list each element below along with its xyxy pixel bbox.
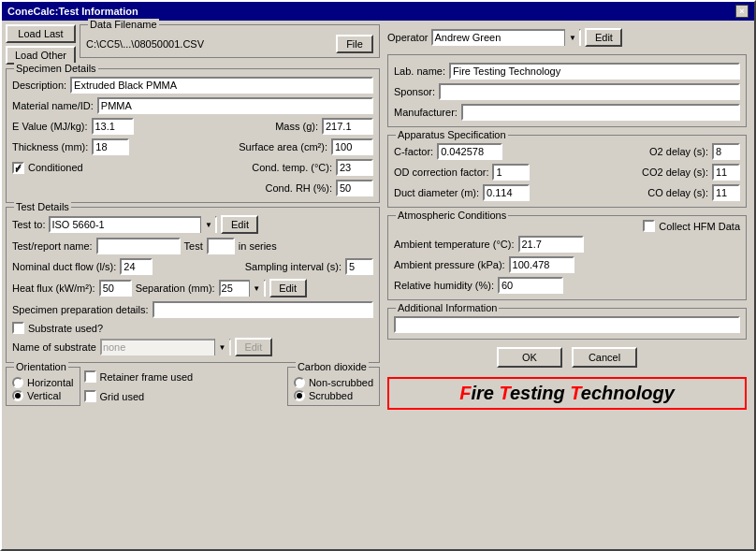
- ftt-logo-i: ire: [471, 383, 499, 403]
- co-delay-input[interactable]: [712, 184, 740, 201]
- left-panel: Load Last Load Other Data Filename C:\CC…: [6, 24, 380, 545]
- operator-label: Operator: [387, 32, 428, 43]
- scrubbed-label: Scrubbed: [309, 390, 353, 401]
- cfactor-input[interactable]: [437, 143, 502, 160]
- cond-rh-input[interactable]: [336, 180, 373, 196]
- rel-humidity-input[interactable]: [498, 277, 563, 294]
- substrate-checkbox[interactable]: [12, 322, 24, 334]
- material-label: Material name/ID:: [12, 100, 94, 111]
- test-to-edit-button[interactable]: Edit: [221, 215, 258, 234]
- operator-edit-button[interactable]: Edit: [585, 28, 622, 47]
- horizontal-label: Horizontal: [27, 377, 74, 388]
- orientation-title: Orientation: [14, 361, 68, 372]
- duct-co-row: Duct diameter (m): CO delay (s):: [394, 184, 740, 201]
- surface-area-input[interactable]: [331, 138, 373, 155]
- scrubbed-radio[interactable]: [294, 390, 305, 401]
- amb-pressure-input[interactable]: [509, 256, 574, 273]
- separation-edit-button[interactable]: Edit: [269, 279, 307, 297]
- mass-input[interactable]: [322, 118, 373, 135]
- collect-hfm-wrapper[interactable]: Collect HFM Data: [643, 220, 740, 232]
- substrate-name-wrapper: none ▼: [100, 339, 231, 355]
- amb-temp-row: Ambient temperature (°C):: [394, 236, 740, 253]
- od-correction-input[interactable]: [492, 164, 530, 181]
- filename-text: C:\CC5\...\08050001.CSV: [86, 38, 332, 50]
- conditioned-checkbox[interactable]: ✓: [12, 162, 24, 174]
- od-co2-row: OD correction factor: CO2 delay (s):: [394, 164, 740, 181]
- additional-title: Additional Information: [396, 302, 499, 313]
- main-window: ConeCalc:Test Information × Load Last Lo…: [0, 0, 756, 551]
- vertical-row: Vertical: [12, 390, 74, 401]
- specimen-prep-input[interactable]: [153, 301, 373, 318]
- ftt-logo-echnology: echnology: [581, 383, 675, 403]
- nominal-duct-input[interactable]: [120, 258, 153, 275]
- material-input[interactable]: [97, 97, 373, 114]
- operator-row: Operator Andrew Green ▼ Edit: [384, 24, 750, 51]
- conditioned-checkbox-wrapper[interactable]: ✓ Conditioned: [12, 162, 83, 174]
- horizontal-radio[interactable]: [12, 377, 23, 388]
- amb-pressure-row: Ambient pressure (kPa):: [394, 256, 740, 273]
- co2-delay-input[interactable]: [712, 164, 740, 181]
- heat-flux-label: Heat flux (kW/m²):: [12, 283, 95, 294]
- vertical-radio[interactable]: [12, 390, 23, 401]
- scrubbed-row: Scrubbed: [294, 390, 373, 401]
- close-button[interactable]: ×: [735, 5, 749, 18]
- specimen-details-title: Specimen Details: [14, 63, 98, 74]
- test-number-input[interactable]: [207, 238, 235, 254]
- collect-hfm-checkbox[interactable]: [643, 220, 655, 232]
- manufacturer-row: Manufacturer:: [394, 104, 740, 121]
- retainer-section: Retainer frame used Grid used: [84, 367, 284, 406]
- sponsor-input[interactable]: [439, 83, 740, 100]
- substrate-name-select[interactable]: none: [100, 339, 231, 355]
- nominal-sampling-row: Nominal duct flow (l/s): Sampling interv…: [12, 258, 373, 275]
- evalue-input[interactable]: [92, 118, 134, 135]
- substrate-name-row: Name of substrate none ▼ Edit: [12, 338, 373, 356]
- operator-select[interactable]: Andrew Green: [431, 29, 581, 46]
- grid-checkbox[interactable]: [84, 390, 96, 402]
- lab-name-label: Lab. name:: [394, 65, 445, 77]
- bottom-buttons: OK Cancel: [384, 343, 750, 371]
- retainer-checkbox[interactable]: [84, 370, 96, 383]
- duct-diameter-input[interactable]: [483, 184, 530, 201]
- separation-select[interactable]: 25 50 75: [219, 280, 266, 297]
- heat-flux-input[interactable]: [99, 280, 132, 297]
- additional-input[interactable]: [394, 316, 740, 333]
- operator-select-wrapper: Andrew Green ▼: [431, 29, 581, 46]
- file-button[interactable]: File: [336, 35, 373, 53]
- co2-box: Carbon dioxide Non-scrubbed Scrubbed: [287, 367, 380, 406]
- heat-flux-row: Heat flux (kW/m²): Separation (mm): 25 5…: [12, 279, 373, 297]
- sampling-label: Sampling interval (s):: [245, 261, 342, 272]
- window-title: ConeCalc:Test Information: [7, 6, 138, 17]
- conditioned-row: ✓ Conditioned Cond. temp. (°C):: [12, 159, 373, 176]
- amb-temp-input[interactable]: [518, 236, 584, 253]
- substrate-name-label: Name of substrate: [12, 341, 96, 353]
- load-other-button[interactable]: Load Other: [6, 46, 76, 65]
- button-group: Load Last Load Other: [6, 24, 76, 65]
- ok-button[interactable]: OK: [497, 347, 562, 368]
- test-report-input[interactable]: [96, 238, 181, 254]
- atmospheric-group: Atmospheric Conditions Collect HFM Data …: [387, 215, 747, 300]
- apparatus-group: Apparatus Specification C-factor: O2 del…: [387, 135, 747, 208]
- additional-group: Additional Information: [387, 308, 747, 340]
- substrate-edit-button[interactable]: Edit: [235, 338, 272, 356]
- ftt-logo-text: F: [459, 383, 471, 403]
- sampling-input[interactable]: [345, 258, 373, 275]
- cancel-button[interactable]: Cancel: [572, 347, 637, 368]
- o2-delay-label: O2 delay (s):: [649, 146, 708, 157]
- non-scrubbed-radio[interactable]: [294, 377, 305, 388]
- description-input[interactable]: [70, 77, 373, 94]
- manufacturer-input[interactable]: [461, 104, 740, 121]
- non-scrubbed-label: Non-scrubbed: [309, 377, 373, 388]
- test-report-label: Test/report name:: [12, 240, 93, 252]
- specimen-prep-label: Specimen preparation details:: [12, 304, 149, 315]
- lab-name-input[interactable]: [449, 63, 740, 80]
- cond-temp-input[interactable]: [336, 159, 373, 176]
- mass-label: Mass (g):: [275, 121, 318, 132]
- o2-delay-input[interactable]: [712, 143, 740, 160]
- thickness-input[interactable]: [92, 138, 129, 155]
- test-to-select[interactable]: ISO 5660-1: [49, 216, 217, 233]
- thickness-label: Thickness (mm):: [12, 141, 88, 152]
- atmospheric-title: Atmospheric Conditions: [396, 210, 508, 221]
- sponsor-row: Sponsor:: [394, 83, 740, 100]
- rel-humidity-row: Relative humidity (%):: [394, 277, 740, 294]
- load-last-button[interactable]: Load Last: [6, 24, 76, 43]
